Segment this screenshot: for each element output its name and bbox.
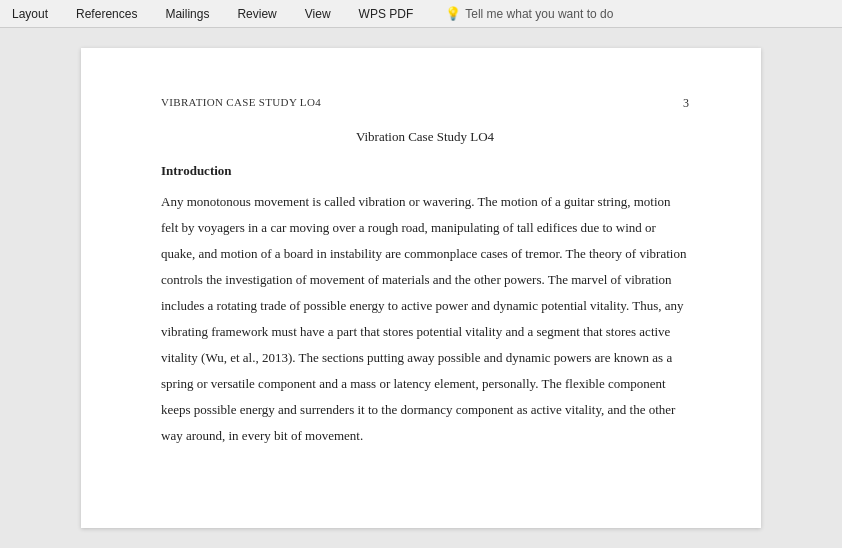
page-number: 3	[683, 96, 689, 111]
menu-review[interactable]: Review	[233, 5, 280, 23]
menu-bar: Layout References Mailings Review View W…	[0, 0, 842, 28]
header-title: VIBRATION CASE STUDY LO4	[161, 96, 321, 108]
menu-view[interactable]: View	[301, 5, 335, 23]
page: VIBRATION CASE STUDY LO4 3 Vibration Cas…	[81, 48, 761, 528]
page-header: VIBRATION CASE STUDY LO4 3	[161, 96, 689, 111]
menu-references[interactable]: References	[72, 5, 141, 23]
tell-me-bar[interactable]: 💡 Tell me what you want to do	[445, 6, 613, 21]
intro-heading: Introduction	[161, 163, 689, 179]
document-title: Vibration Case Study LO4	[161, 129, 689, 145]
menu-wps-pdf[interactable]: WPS PDF	[355, 5, 418, 23]
body-text: Any monotonous movement is called vibrat…	[161, 189, 689, 449]
lightbulb-icon: 💡	[445, 6, 461, 21]
tell-me-label: Tell me what you want to do	[465, 7, 613, 21]
menu-layout[interactable]: Layout	[8, 5, 52, 23]
menu-mailings[interactable]: Mailings	[161, 5, 213, 23]
document-area: VIBRATION CASE STUDY LO4 3 Vibration Cas…	[0, 28, 842, 548]
